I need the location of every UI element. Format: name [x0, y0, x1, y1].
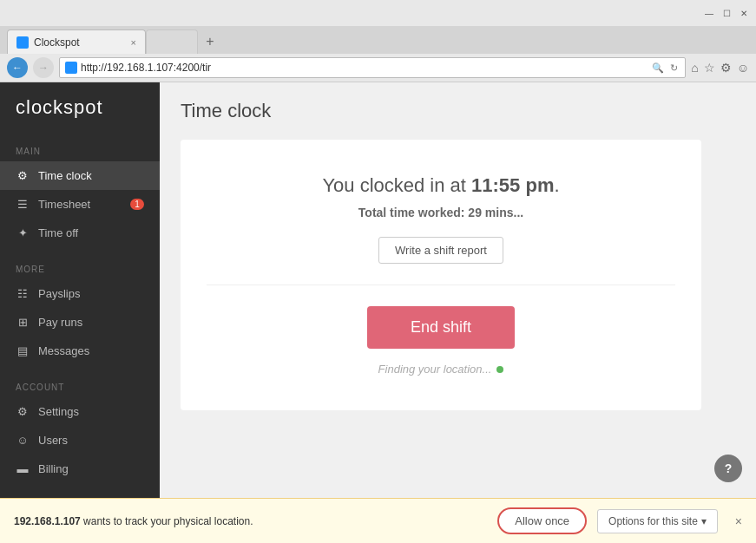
messages-label: Messages [38, 344, 144, 357]
sidebar-item-time-clock[interactable]: ⚙ Time clock [0, 161, 160, 190]
users-label: Users [38, 434, 144, 447]
billing-icon: ▬ [16, 462, 30, 475]
location-close-btn[interactable]: × [735, 514, 742, 528]
browser-tab[interactable]: Clockspot × [7, 29, 146, 54]
sidebar-section-main: MAIN ⚙ Time clock ☰ Timesheet 1 ✦ Time o… [0, 136, 160, 254]
sidebar-item-time-off[interactable]: ✦ Time off [0, 219, 160, 247]
sidebar-item-pay-runs[interactable]: ⊞ Pay runs [0, 308, 160, 337]
url-refresh-icon[interactable]: ↻ [668, 62, 680, 74]
options-label: Options for this site [608, 515, 698, 527]
main-content: Time clock You clocked in at 11:55 pm. T… [160, 82, 756, 543]
messages-icon: ▤ [16, 344, 30, 357]
time-clock-label: Time clock [38, 169, 144, 182]
location-message: Finding your location... [378, 363, 504, 376]
allow-once-button[interactable]: Allow once [497, 507, 587, 534]
title-bar-controls: — ☐ ✕ [704, 8, 749, 18]
emoji-icon[interactable]: ☺ [737, 61, 749, 75]
location-text: Finding your location... [378, 363, 492, 376]
new-tab-btn[interactable]: + [198, 29, 222, 54]
billing-label: Billing [38, 462, 144, 475]
clock-card: You clocked in at 11:55 pm. Total time w… [181, 140, 701, 410]
sidebar-item-timesheet[interactable]: ☰ Timesheet 1 [0, 190, 160, 219]
url-bar[interactable]: http://192.168.1.107:4200/tir 🔍 ↻ [59, 57, 686, 78]
minimize-btn[interactable]: — [704, 8, 714, 18]
svg-point-0 [18, 38, 27, 47]
url-actions: 🔍 ↻ [650, 62, 680, 74]
forward-button[interactable]: → [33, 57, 54, 78]
sidebar-item-payslips[interactable]: ☷ Payslips [0, 279, 160, 308]
location-ip: 192.168.1.107 [14, 515, 81, 527]
page-title: Time clock [181, 100, 735, 122]
sidebar-item-messages[interactable]: ▤ Messages [0, 337, 160, 365]
sidebar-section-more: MORE ☷ Payslips ⊞ Pay runs ▤ Messages [0, 254, 160, 372]
location-permission-bar: 192.168.1.107 wants to track your physic… [0, 498, 756, 543]
options-arrow-icon: ▾ [701, 515, 707, 527]
logo-text: clockspot [16, 96, 103, 118]
pay-runs-label: Pay runs [38, 316, 144, 329]
end-shift-button[interactable]: End shift [367, 306, 515, 349]
url-search-icon[interactable]: 🔍 [650, 62, 666, 74]
restore-btn[interactable]: ☐ [721, 8, 732, 18]
star-icon[interactable]: ☆ [704, 61, 715, 75]
divider [207, 285, 675, 285]
total-time-display: Total time worked: 29 mins... [358, 206, 523, 219]
clocked-in-message: You clocked in at 11:55 pm. [322, 174, 559, 197]
timesheet-icon: ☰ [16, 198, 30, 211]
app-container: clockspot MAIN ⚙ Time clock ☰ Timesheet … [0, 82, 756, 543]
address-bar: ← → http://192.168.1.107:4200/tir 🔍 ↻ ⌂ … [0, 54, 756, 82]
location-bar-message: wants to track your physical location. [81, 515, 253, 527]
close-btn[interactable]: ✕ [739, 8, 749, 18]
total-time-label: Total time worked: [358, 206, 469, 219]
clocked-in-time: 11:55 pm [471, 174, 554, 196]
sidebar-item-billing[interactable]: ▬ Billing [0, 455, 160, 483]
users-icon: ☺ [16, 434, 30, 447]
toolbar-icons: ⌂ ☆ ⚙ ☺ [691, 61, 749, 75]
pay-runs-icon: ⊞ [16, 316, 30, 329]
sidebar-label-main: MAIN [0, 143, 160, 161]
sidebar-item-settings[interactable]: ⚙ Settings [0, 397, 160, 426]
url-favicon [65, 62, 77, 74]
total-time-value: 29 mins... [468, 206, 523, 219]
tab-favicon [16, 36, 29, 49]
tab-bar: Clockspot × + [0, 26, 756, 54]
timesheet-label: Timesheet [38, 198, 122, 211]
title-bar: — ☐ ✕ [0, 0, 756, 26]
home-icon[interactable]: ⌂ [691, 61, 698, 75]
location-bar-text: 192.168.1.107 wants to track your physic… [14, 515, 487, 527]
tab-title: Clockspot [34, 36, 126, 49]
sidebar: clockspot MAIN ⚙ Time clock ☰ Timesheet … [0, 82, 160, 543]
settings-icon[interactable]: ⚙ [720, 61, 732, 75]
url-text: http://192.168.1.107:4200/tir [81, 62, 647, 74]
payslips-icon: ☷ [16, 287, 30, 300]
options-button[interactable]: Options for this site ▾ [597, 509, 718, 533]
settings-label: Settings [38, 405, 144, 418]
shift-report-button[interactable]: Write a shift report [378, 237, 503, 264]
time-off-label: Time off [38, 226, 144, 239]
clocked-in-prefix: You clocked in at [322, 174, 471, 196]
tab-close-btn[interactable]: × [131, 37, 136, 48]
sidebar-label-account: ACCOUNT [0, 379, 160, 397]
sidebar-logo: clockspot [0, 82, 160, 136]
time-off-icon: ✦ [16, 226, 30, 239]
sidebar-section-account: ACCOUNT ⚙ Settings ☺ Users ▬ Billing [0, 372, 160, 490]
clocked-in-suffix: . [554, 174, 559, 196]
back-button[interactable]: ← [7, 57, 28, 78]
svg-point-1 [67, 63, 76, 72]
sidebar-item-users[interactable]: ☺ Users [0, 426, 160, 455]
sidebar-label-more: MORE [0, 261, 160, 279]
browser-chrome: — ☐ ✕ Clockspot × + ← → http://192.168.1… [0, 0, 756, 82]
settings-nav-icon: ⚙ [16, 405, 30, 418]
payslips-label: Payslips [38, 287, 144, 300]
time-clock-icon: ⚙ [16, 169, 30, 182]
blank-tab [146, 29, 198, 54]
help-button[interactable]: ? [714, 455, 742, 482]
location-dot [496, 366, 503, 373]
timesheet-badge: 1 [130, 199, 144, 210]
